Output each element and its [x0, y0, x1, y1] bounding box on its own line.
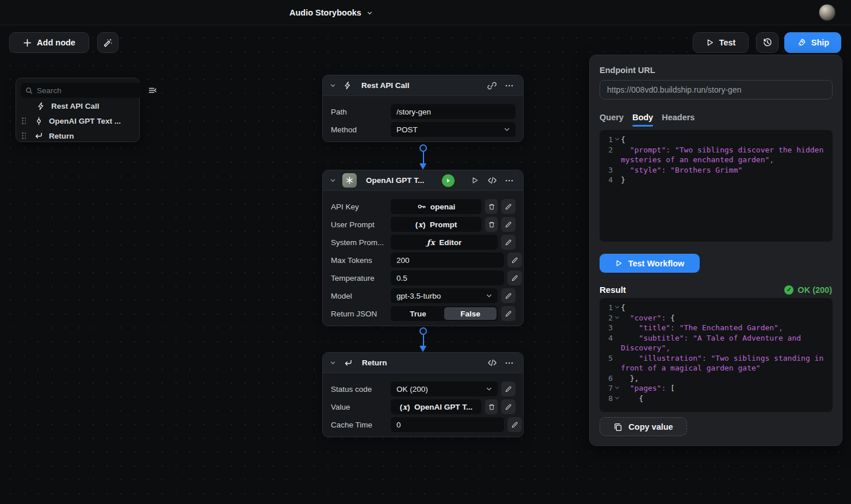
api-key-value: openai [430, 203, 456, 211]
delete-value-button[interactable] [485, 399, 498, 414]
edit-value-button[interactable] [501, 288, 516, 303]
connector-arrow-icon [419, 163, 426, 170]
copy-value-label: Copy value [628, 422, 673, 432]
api-key-pill[interactable]: openai [391, 199, 482, 214]
collapse-caret-icon[interactable] [330, 360, 336, 366]
temperature-input[interactable] [391, 270, 504, 285]
pencil-icon [505, 310, 512, 318]
model-select[interactable]: gpt-3.5-turbo [391, 288, 498, 303]
workflow-canvas[interactable]: Add node Test Ship [0, 25, 851, 504]
return-json-label: Return JSON [331, 310, 391, 318]
magic-wand-icon [103, 38, 113, 48]
plus-icon [23, 39, 32, 47]
play-icon [445, 178, 451, 184]
link-icon[interactable] [486, 79, 498, 92]
edit-value-button[interactable] [501, 217, 516, 232]
toggle-option-false[interactable]: False [444, 307, 497, 320]
workflow-title-dropdown[interactable]: Audio Storybooks [289, 0, 373, 25]
search-input[interactable] [37, 86, 139, 95]
code-icon[interactable] [486, 174, 498, 187]
node-header: OpenAI GPT T... [323, 170, 523, 191]
tab-headers[interactable]: Headers [662, 113, 694, 126]
copy-icon [613, 422, 623, 432]
chevron-down-icon [367, 10, 373, 16]
cache-time-input[interactable] [391, 417, 504, 432]
openai-logo-icon [342, 173, 357, 188]
path-input[interactable] [391, 104, 516, 119]
value-value: OpenAI GPT T... [414, 403, 472, 411]
tab-body[interactable]: Body [632, 113, 653, 126]
body-json-editor[interactable]: 1{2 "prompt": "Two siblings discover the… [600, 130, 833, 242]
edit-value-button[interactable] [507, 253, 522, 268]
clock-history-icon [762, 37, 773, 48]
more-options-icon[interactable] [503, 174, 516, 187]
test-workflow-label: Test Workflow [628, 259, 685, 268]
edit-value-button[interactable] [501, 399, 516, 414]
bolt-icon [36, 102, 46, 110]
toggle-option-true[interactable]: True [392, 307, 444, 320]
ai-wand-button[interactable] [97, 32, 119, 53]
play-icon[interactable] [468, 174, 481, 187]
user-prompt-label: User Prompt [331, 220, 391, 229]
history-button[interactable] [756, 32, 779, 53]
method-select[interactable]: POST [391, 122, 516, 137]
node-rest-api-call: Rest API Call Path Method POST [322, 75, 524, 142]
edit-value-button[interactable] [501, 199, 516, 214]
pencil-icon [505, 292, 512, 300]
endpoint-url-label: Endpoint URL [600, 66, 832, 75]
collapse-caret-icon[interactable] [330, 82, 336, 89]
avatar[interactable] [819, 4, 835, 21]
palette-item-rest-api-call[interactable]: Rest API Call [21, 99, 135, 113]
palette-item-label: Rest API Call [51, 102, 100, 110]
temperature-label: Temperature [331, 274, 391, 282]
edit-value-button[interactable] [507, 270, 522, 285]
node-openai-gpt-text: OpenAI GPT T... API Key [322, 170, 524, 326]
connector-port[interactable] [419, 327, 427, 335]
edit-value-button[interactable] [501, 306, 516, 321]
result-label: Result [600, 285, 626, 295]
max-tokens-input[interactable] [391, 253, 504, 268]
delete-value-button[interactable] [485, 199, 498, 214]
status-code-select[interactable]: OK (200) [391, 381, 498, 396]
edit-value-button[interactable] [501, 381, 516, 396]
palette-item-openai-gpt-text[interactable]: OpenAI GPT Text ... [21, 114, 135, 128]
ship-button[interactable]: Ship [784, 32, 841, 53]
palette-item-label: OpenAI GPT Text ... [49, 117, 121, 125]
palette-item-return[interactable]: Return [21, 129, 135, 143]
system-prompt-pill[interactable]: ƒx Editor [391, 235, 498, 250]
user-prompt-pill[interactable]: (x) Prompt [391, 217, 482, 232]
return-icon [33, 131, 44, 140]
fx-function-icon: ƒx [427, 238, 435, 247]
connector-port[interactable] [419, 144, 427, 152]
collapse-panel-icon[interactable] [148, 85, 157, 96]
drag-handle[interactable] [22, 132, 30, 139]
add-node-button[interactable]: Add node [9, 32, 89, 53]
copy-value-button[interactable]: Copy value [600, 417, 687, 436]
code-icon[interactable] [486, 357, 498, 369]
test-button[interactable]: Test [693, 32, 749, 53]
connector-arrow-icon [419, 346, 426, 352]
system-prompt-value: Editor [439, 238, 461, 247]
node-header: Rest API Call [323, 75, 523, 96]
more-options-icon[interactable] [503, 79, 516, 92]
more-options-icon[interactable] [503, 357, 516, 369]
test-workflow-button[interactable]: Test Workflow [600, 254, 700, 273]
delete-value-button[interactable] [485, 217, 498, 232]
connector-line [423, 335, 424, 346]
chevron-down-icon [486, 385, 493, 392]
edit-value-button[interactable] [507, 417, 522, 432]
commit-node-icon [33, 117, 44, 125]
endpoint-url-input[interactable] [600, 80, 833, 100]
value-pill[interactable]: (x) OpenAI GPT T... [391, 399, 482, 414]
edit-value-button[interactable] [501, 235, 516, 250]
check-circle-icon: ✓ [784, 285, 793, 295]
result-json-viewer[interactable]: 1{2 "cover": {3 "title": "The Enchanted … [600, 298, 833, 412]
pencil-icon [511, 421, 518, 429]
run-node-button[interactable] [442, 174, 455, 187]
collapse-caret-icon[interactable] [330, 177, 336, 184]
variable-x-icon: (x) [415, 220, 426, 229]
drag-handle[interactable] [22, 117, 30, 124]
tab-query[interactable]: Query [600, 113, 624, 126]
play-icon [706, 39, 714, 47]
pencil-icon [505, 239, 512, 246]
